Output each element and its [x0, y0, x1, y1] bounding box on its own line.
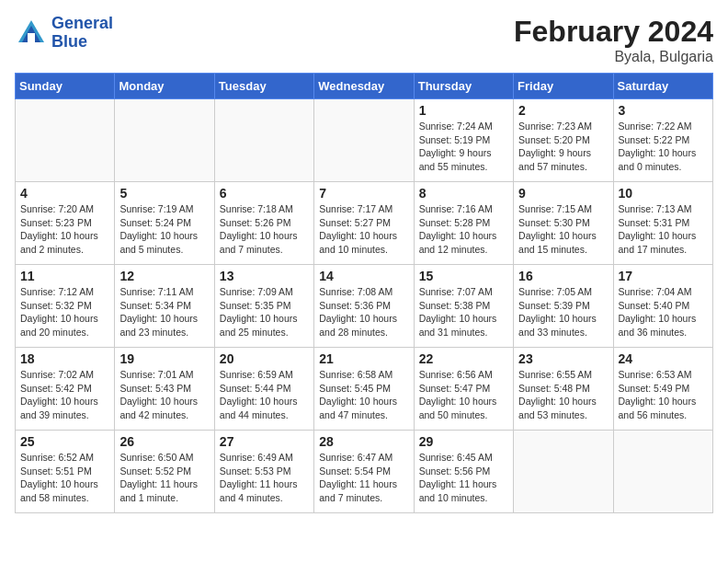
- day-cell-29: 29Sunrise: 6:45 AM Sunset: 5:56 PM Dayli…: [414, 431, 513, 513]
- day-number: 28: [319, 434, 408, 449]
- day-info: Sunrise: 7:08 AM Sunset: 5:36 PM Dayligh…: [319, 285, 408, 339]
- day-number: 25: [20, 434, 109, 449]
- day-info: Sunrise: 6:45 AM Sunset: 5:56 PM Dayligh…: [419, 451, 508, 505]
- weekday-header-sunday: Sunday: [16, 74, 115, 99]
- weekday-header-wednesday: Wednesday: [314, 74, 414, 99]
- day-info: Sunrise: 7:04 AM Sunset: 5:40 PM Dayligh…: [619, 285, 708, 339]
- empty-cell: [16, 99, 115, 182]
- day-cell-15: 15Sunrise: 7:07 AM Sunset: 5:38 PM Dayli…: [414, 265, 513, 348]
- day-info: Sunrise: 7:17 AM Sunset: 5:27 PM Dayligh…: [319, 202, 408, 257]
- day-number: 29: [419, 434, 508, 449]
- day-number: 19: [119, 351, 209, 366]
- title-block: February 2024 Byala, Bulgaria: [514, 15, 713, 65]
- day-number: 24: [619, 351, 708, 366]
- weekday-header-tuesday: Tuesday: [214, 74, 313, 99]
- day-cell-10: 10Sunrise: 7:13 AM Sunset: 5:31 PM Dayli…: [613, 182, 712, 265]
- weekday-header-monday: Monday: [115, 74, 214, 99]
- day-info: Sunrise: 7:05 AM Sunset: 5:39 PM Dayligh…: [518, 285, 608, 339]
- day-number: 23: [518, 351, 608, 366]
- page-header: General Blue February 2024 Byala, Bulgar…: [15, 15, 713, 65]
- day-number: 21: [319, 351, 408, 366]
- day-info: Sunrise: 6:47 AM Sunset: 5:54 PM Dayligh…: [319, 451, 408, 505]
- logo-line1: General: [51, 15, 113, 33]
- day-number: 18: [20, 351, 109, 366]
- week-row-1: 1Sunrise: 7:24 AM Sunset: 5:19 PM Daylig…: [16, 99, 713, 182]
- week-row-5: 25Sunrise: 6:52 AM Sunset: 5:51 PM Dayli…: [16, 431, 713, 513]
- day-cell-12: 12Sunrise: 7:11 AM Sunset: 5:34 PM Dayli…: [115, 265, 214, 348]
- day-info: Sunrise: 6:59 AM Sunset: 5:44 PM Dayligh…: [220, 368, 309, 422]
- day-cell-4: 4Sunrise: 7:20 AM Sunset: 5:23 PM Daylig…: [16, 182, 115, 265]
- day-cell-20: 20Sunrise: 6:59 AM Sunset: 5:44 PM Dayli…: [214, 348, 313, 431]
- day-cell-16: 16Sunrise: 7:05 AM Sunset: 5:39 PM Dayli…: [514, 265, 613, 348]
- day-info: Sunrise: 7:11 AM Sunset: 5:34 PM Dayligh…: [119, 285, 209, 339]
- day-number: 27: [220, 434, 309, 449]
- day-number: 15: [419, 269, 508, 283]
- empty-cell: [314, 99, 414, 182]
- day-number: 22: [419, 351, 508, 366]
- day-number: 5: [119, 186, 209, 201]
- day-info: Sunrise: 7:15 AM Sunset: 5:30 PM Dayligh…: [518, 202, 608, 257]
- day-info: Sunrise: 6:58 AM Sunset: 5:45 PM Dayligh…: [319, 368, 408, 422]
- day-cell-14: 14Sunrise: 7:08 AM Sunset: 5:36 PM Dayli…: [314, 265, 414, 348]
- calendar-title: February 2024: [514, 15, 713, 49]
- day-info: Sunrise: 6:53 AM Sunset: 5:49 PM Dayligh…: [619, 368, 708, 422]
- day-info: Sunrise: 7:01 AM Sunset: 5:43 PM Dayligh…: [119, 368, 209, 422]
- day-cell-24: 24Sunrise: 6:53 AM Sunset: 5:49 PM Dayli…: [613, 348, 712, 431]
- day-info: Sunrise: 6:56 AM Sunset: 5:47 PM Dayligh…: [419, 368, 508, 422]
- day-info: Sunrise: 6:49 AM Sunset: 5:53 PM Dayligh…: [220, 451, 309, 505]
- logo: General Blue: [15, 15, 113, 52]
- empty-cell: [115, 99, 214, 182]
- weekday-header-friday: Friday: [514, 74, 613, 99]
- logo-line2: Blue: [51, 33, 113, 52]
- day-info: Sunrise: 7:02 AM Sunset: 5:42 PM Dayligh…: [20, 368, 109, 422]
- day-cell-7: 7Sunrise: 7:17 AM Sunset: 5:27 PM Daylig…: [314, 182, 414, 265]
- day-number: 17: [619, 269, 708, 283]
- day-info: Sunrise: 7:24 AM Sunset: 5:19 PM Dayligh…: [419, 120, 508, 174]
- calendar-table: SundayMondayTuesdayWednesdayThursdayFrid…: [15, 73, 713, 513]
- day-number: 13: [220, 269, 309, 283]
- day-cell-28: 28Sunrise: 6:47 AM Sunset: 5:54 PM Dayli…: [314, 431, 414, 513]
- day-number: 1: [419, 103, 508, 118]
- day-info: Sunrise: 7:23 AM Sunset: 5:20 PM Dayligh…: [518, 120, 608, 174]
- day-number: 14: [319, 269, 408, 283]
- day-info: Sunrise: 6:55 AM Sunset: 5:48 PM Dayligh…: [518, 368, 608, 422]
- day-number: 3: [619, 103, 708, 118]
- day-info: Sunrise: 7:13 AM Sunset: 5:31 PM Dayligh…: [619, 202, 708, 257]
- day-cell-6: 6Sunrise: 7:18 AM Sunset: 5:26 PM Daylig…: [214, 182, 313, 265]
- day-cell-13: 13Sunrise: 7:09 AM Sunset: 5:35 PM Dayli…: [214, 265, 313, 348]
- empty-cell: [613, 431, 712, 513]
- calendar-subtitle: Byala, Bulgaria: [514, 49, 713, 65]
- day-number: 12: [119, 269, 209, 283]
- svg-rect-2: [28, 33, 35, 42]
- day-number: 7: [319, 186, 408, 201]
- day-cell-22: 22Sunrise: 6:56 AM Sunset: 5:47 PM Dayli…: [414, 348, 513, 431]
- day-info: Sunrise: 7:09 AM Sunset: 5:35 PM Dayligh…: [220, 285, 309, 339]
- day-info: Sunrise: 7:12 AM Sunset: 5:32 PM Dayligh…: [20, 285, 109, 339]
- day-cell-1: 1Sunrise: 7:24 AM Sunset: 5:19 PM Daylig…: [414, 99, 513, 182]
- weekday-header-thursday: Thursday: [414, 74, 513, 99]
- day-number: 20: [220, 351, 309, 366]
- day-cell-9: 9Sunrise: 7:15 AM Sunset: 5:30 PM Daylig…: [514, 182, 613, 265]
- week-row-3: 11Sunrise: 7:12 AM Sunset: 5:32 PM Dayli…: [16, 265, 713, 348]
- day-info: Sunrise: 7:07 AM Sunset: 5:38 PM Dayligh…: [419, 285, 508, 339]
- day-info: Sunrise: 7:22 AM Sunset: 5:22 PM Dayligh…: [619, 120, 708, 174]
- day-cell-3: 3Sunrise: 7:22 AM Sunset: 5:22 PM Daylig…: [613, 99, 712, 182]
- day-cell-5: 5Sunrise: 7:19 AM Sunset: 5:24 PM Daylig…: [115, 182, 214, 265]
- day-number: 9: [518, 186, 608, 201]
- day-number: 4: [20, 186, 109, 201]
- day-info: Sunrise: 7:16 AM Sunset: 5:28 PM Dayligh…: [419, 202, 508, 257]
- day-cell-27: 27Sunrise: 6:49 AM Sunset: 5:53 PM Dayli…: [214, 431, 313, 513]
- day-info: Sunrise: 7:18 AM Sunset: 5:26 PM Dayligh…: [220, 202, 309, 257]
- day-number: 26: [119, 434, 209, 449]
- day-number: 16: [518, 269, 608, 283]
- day-info: Sunrise: 6:50 AM Sunset: 5:52 PM Dayligh…: [119, 451, 209, 505]
- day-cell-23: 23Sunrise: 6:55 AM Sunset: 5:48 PM Dayli…: [514, 348, 613, 431]
- day-number: 10: [619, 186, 708, 201]
- day-number: 8: [419, 186, 508, 201]
- day-cell-18: 18Sunrise: 7:02 AM Sunset: 5:42 PM Dayli…: [16, 348, 115, 431]
- empty-cell: [514, 431, 613, 513]
- day-cell-8: 8Sunrise: 7:16 AM Sunset: 5:28 PM Daylig…: [414, 182, 513, 265]
- weekday-header-row: SundayMondayTuesdayWednesdayThursdayFrid…: [16, 74, 713, 99]
- day-info: Sunrise: 7:19 AM Sunset: 5:24 PM Dayligh…: [119, 202, 209, 257]
- day-cell-17: 17Sunrise: 7:04 AM Sunset: 5:40 PM Dayli…: [613, 265, 712, 348]
